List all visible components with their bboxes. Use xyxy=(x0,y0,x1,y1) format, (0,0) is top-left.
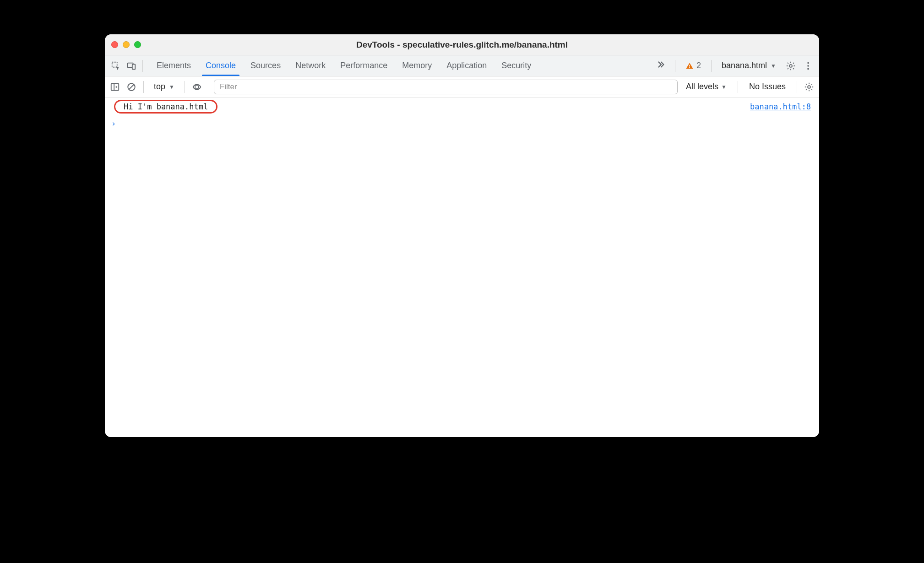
tab-elements[interactable]: Elements xyxy=(149,55,198,76)
separator xyxy=(142,60,143,72)
svg-line-13 xyxy=(129,84,134,89)
separator xyxy=(711,60,712,72)
execution-context-selector[interactable]: top ▼ xyxy=(148,82,180,92)
panel-tabs: Elements Console Sources Network Perform… xyxy=(149,55,538,76)
console-log-message: Hi I'm banana.html xyxy=(114,100,217,114)
console-output[interactable]: Hi I'm banana.html banana.html:8 › xyxy=(105,97,819,437)
separator xyxy=(143,81,144,93)
svg-point-6 xyxy=(807,62,809,64)
levels-label: All levels xyxy=(686,82,718,92)
separator xyxy=(675,60,675,72)
console-settings-icon[interactable] xyxy=(802,80,816,94)
issues-indicator[interactable]: No Issues xyxy=(743,82,792,92)
devtools-window: DevTools - speculative-rules.glitch.me/b… xyxy=(105,34,819,437)
warnings-count: 2 xyxy=(696,61,701,70)
svg-rect-4 xyxy=(689,67,690,68)
maximize-window-button[interactable] xyxy=(134,41,141,48)
device-toolbar-icon[interactable] xyxy=(124,59,139,73)
target-selector[interactable]: banana.html ▼ xyxy=(717,61,781,70)
window-title: DevTools - speculative-rules.glitch.me/b… xyxy=(105,40,819,50)
context-label: top xyxy=(154,82,165,92)
tab-security[interactable]: Security xyxy=(494,55,538,76)
console-toolbar: top ▼ All levels ▼ No Issues xyxy=(105,76,819,97)
svg-rect-9 xyxy=(111,83,119,90)
more-options-icon[interactable] xyxy=(801,59,815,73)
console-prompt[interactable]: › xyxy=(105,116,819,131)
svg-point-15 xyxy=(808,86,810,88)
chevron-down-icon: ▼ xyxy=(169,84,174,90)
tab-memory[interactable]: Memory xyxy=(395,55,439,76)
separator xyxy=(185,81,185,93)
tab-console[interactable]: Console xyxy=(198,55,243,76)
log-level-selector[interactable]: All levels ▼ xyxy=(679,82,733,92)
close-window-button[interactable] xyxy=(111,41,118,48)
tab-application[interactable]: Application xyxy=(439,55,494,76)
separator xyxy=(209,81,209,93)
more-tabs-icon[interactable] xyxy=(652,60,669,72)
chevron-down-icon: ▼ xyxy=(721,84,727,90)
tabbar-leading-icons xyxy=(107,59,149,73)
tab-sources[interactable]: Sources xyxy=(243,55,288,76)
toggle-sidebar-icon[interactable] xyxy=(108,80,122,94)
titlebar: DevTools - speculative-rules.glitch.me/b… xyxy=(105,34,819,55)
tab-performance[interactable]: Performance xyxy=(333,55,395,76)
separator xyxy=(738,81,738,93)
traffic-lights xyxy=(111,41,141,48)
filter-input[interactable] xyxy=(214,80,678,94)
svg-point-14 xyxy=(195,85,199,88)
svg-point-5 xyxy=(789,65,792,67)
minimize-window-button[interactable] xyxy=(123,41,130,48)
separator xyxy=(797,81,797,93)
svg-point-8 xyxy=(807,68,809,70)
panel-tabbar: Elements Console Sources Network Perform… xyxy=(105,55,819,76)
svg-rect-2 xyxy=(132,64,135,69)
tabbar-trailing: 2 banana.html ▼ xyxy=(652,59,817,73)
target-label: banana.html xyxy=(722,61,767,70)
issues-label: No Issues xyxy=(749,82,786,92)
tab-network[interactable]: Network xyxy=(288,55,333,76)
svg-marker-11 xyxy=(116,86,118,88)
prompt-chevron-icon: › xyxy=(111,119,116,128)
console-log-row: Hi I'm banana.html banana.html:8 xyxy=(105,97,819,116)
chevron-down-icon: ▼ xyxy=(771,63,776,69)
clear-console-icon[interactable] xyxy=(124,80,139,94)
inspect-element-icon[interactable] xyxy=(109,59,123,73)
console-log-source-link[interactable]: banana.html:8 xyxy=(750,102,811,111)
svg-rect-3 xyxy=(689,65,690,66)
settings-icon[interactable] xyxy=(783,59,798,73)
warnings-indicator[interactable]: 2 xyxy=(681,61,706,70)
live-expression-icon[interactable] xyxy=(190,80,204,94)
svg-point-7 xyxy=(807,65,809,67)
